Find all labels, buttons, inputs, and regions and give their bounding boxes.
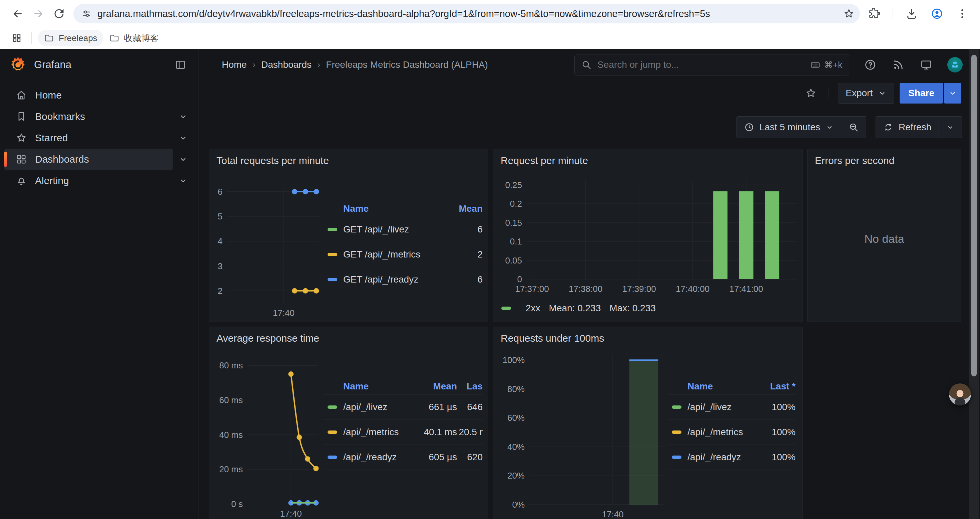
back-arrow-icon (12, 8, 24, 20)
series-color-pill[interactable] (501, 307, 511, 310)
legend-column-header[interactable]: Name (687, 381, 752, 392)
series-color-pill[interactable] (328, 455, 337, 459)
series-name[interactable]: 2xx (526, 303, 540, 314)
legend-series-name[interactable]: GET /api/_/metrics (343, 249, 442, 260)
legend-series-name[interactable]: /api/_/livez (687, 402, 752, 412)
extensions-button[interactable] (864, 3, 885, 24)
legend-series-name[interactable]: /api/_/readyz (687, 452, 752, 463)
bookmark-folder-blogs[interactable]: 收藏博客 (103, 30, 165, 46)
page-scrollbar[interactable] (969, 49, 978, 519)
legend-column-header[interactable]: Mean (442, 203, 483, 214)
site-settings-icon[interactable] (81, 9, 91, 19)
breadcrumb-home[interactable]: Home (222, 59, 247, 70)
browser-menu-button[interactable] (952, 3, 973, 24)
grafana-masthead: Grafana (0, 49, 199, 81)
breadcrumb-dashboards[interactable]: Dashboards (261, 59, 312, 70)
series-color-pill[interactable] (328, 431, 337, 434)
refresh-interval-button[interactable] (939, 117, 962, 138)
series-color-pill[interactable] (328, 278, 337, 281)
legend-value: 40.1 ms (407, 427, 457, 438)
toolbar-divider (892, 8, 893, 20)
mega-menu-toggle[interactable] (173, 59, 188, 71)
address-bar[interactable] (73, 4, 860, 23)
series-color-pill[interactable] (672, 406, 681, 409)
legend-series-name[interactable]: GET /api/_/livez (343, 224, 442, 235)
export-button[interactable]: Export (838, 83, 894, 104)
sidebar-item-bookmarks[interactable]: Bookmarks (4, 106, 173, 127)
bookmark-folder-freeleaps[interactable]: Freeleaps (38, 30, 103, 46)
folder-icon (44, 33, 54, 43)
series-line (291, 374, 316, 469)
panel-title-requests-under-100ms[interactable]: Requests under 100ms (493, 327, 611, 347)
panel-title-request-per-minute[interactable]: Request per minute (493, 149, 595, 169)
y-axis-label: 6 (218, 187, 223, 197)
apps-button[interactable] (8, 29, 25, 47)
reload-button[interactable] (49, 3, 69, 24)
sidebar-item-starred[interactable]: Starred (4, 127, 173, 149)
url-input[interactable] (97, 8, 840, 20)
forward-button[interactable] (28, 3, 49, 24)
search-bar[interactable]: ⌘+k (574, 54, 849, 75)
sidebar-item-home[interactable]: Home (4, 85, 194, 106)
average-response-time-chart[interactable]: 80 ms60 ms40 ms20 ms0 s17:40 (213, 347, 323, 519)
assistant-avatar[interactable] (949, 383, 971, 406)
sidebar-item-alerting[interactable]: Alerting (4, 170, 173, 192)
panel-title-average-response-time[interactable]: Average response time (209, 327, 326, 347)
legend-column-header[interactable]: Las (457, 381, 483, 392)
bookmarks-divider (31, 32, 32, 44)
legend-column-header[interactable]: Mean (407, 381, 457, 392)
legend-series-name[interactable]: GET /api/_/readyz (343, 274, 442, 285)
data-point (292, 288, 297, 294)
legend-table: NameMeanLas/api/_/livez661 µs646/api/_/m… (323, 378, 483, 470)
help-button[interactable] (862, 56, 878, 73)
legend-column-header[interactable]: Last * (752, 381, 795, 392)
profile-button[interactable] (927, 3, 947, 24)
series-color-pill[interactable] (328, 406, 337, 409)
series-color-pill[interactable] (328, 253, 337, 256)
sidebar-expand-dashboards[interactable] (173, 149, 194, 170)
legend-row: /api/_/readyz605 µs620 (323, 445, 483, 470)
legend-column-header[interactable]: Name (343, 381, 407, 392)
home-icon (16, 89, 27, 101)
series-color-pill[interactable] (328, 228, 337, 231)
sidebar-expand-starred[interactable] (173, 127, 194, 149)
legend-row: GET /api/_/metrics2 (323, 242, 483, 267)
legend-series-name[interactable]: /api/_/livez (343, 402, 407, 412)
share-button[interactable]: Share (900, 83, 943, 104)
series-color-pill[interactable] (672, 455, 681, 459)
series-color-pill[interactable] (672, 431, 681, 434)
user-avatar[interactable] (947, 57, 963, 72)
total-requests-chart[interactable]: 6543217:40 (213, 169, 323, 322)
search-input[interactable] (597, 59, 810, 70)
legend-row: /api/_/readyz100% (667, 445, 795, 470)
legend-column-header[interactable]: Name (343, 203, 442, 214)
share-menu-button[interactable] (944, 83, 961, 104)
legend-series-name[interactable]: /api/_/metrics (343, 427, 407, 438)
back-button[interactable] (7, 3, 28, 24)
sidebar-expand-bookmarks[interactable] (173, 106, 194, 127)
kiosk-mode-button[interactable] (918, 56, 935, 73)
time-range-picker[interactable]: Last 5 minutes (737, 117, 841, 138)
reload-icon (53, 8, 65, 20)
y-axis-label: 3 (218, 261, 223, 271)
sidebar-expand-alerting[interactable] (173, 170, 194, 192)
panel-title-errors-per-second[interactable]: Errors per second (808, 149, 901, 169)
bar (713, 192, 727, 279)
zoom-out-button[interactable] (841, 117, 866, 138)
sidebar-item-dashboards[interactable]: Dashboards (4, 149, 173, 170)
request-per-minute-chart[interactable]: 00.050.10.150.20.2517:37:0017:38:0017:39… (497, 169, 797, 302)
panel-title-total-requests[interactable]: Total requests per minute (209, 149, 336, 169)
legend-series-name[interactable]: /api/_/metrics (687, 427, 752, 438)
downloads-button[interactable] (901, 3, 922, 24)
page-scrollbar-thumb[interactable] (971, 55, 977, 376)
x-axis-label: 17:38:00 (569, 284, 602, 294)
refresh-button[interactable]: Refresh (876, 117, 939, 138)
data-point (303, 189, 308, 194)
bookmark-page-button[interactable] (840, 5, 858, 23)
news-button[interactable] (890, 56, 907, 73)
legend-series-name[interactable]: /api/_/readyz (343, 452, 407, 463)
favorite-dashboard-button[interactable] (802, 84, 820, 102)
legend-value: 20.5 r (457, 427, 483, 438)
requests-under-100ms-chart[interactable]: 0%20%40%60%80%100%17:40 (497, 347, 667, 519)
data-point (296, 434, 302, 440)
